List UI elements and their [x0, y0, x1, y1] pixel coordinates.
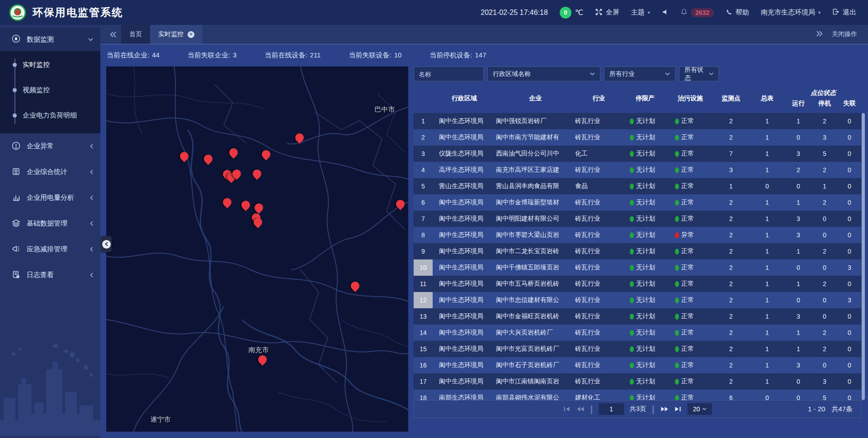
- sidebar-group-power-analysis[interactable]: 企业用电量分析: [0, 185, 100, 211]
- page-size-select[interactable]: 20: [688, 403, 712, 415]
- table-row[interactable]: 2 阆中生态环境局 阆中市南方节能建材有 砖瓦行业 无计划 正常: [414, 129, 861, 146]
- name-filter-input[interactable]: [414, 66, 484, 81]
- table-row[interactable]: 8 阆中生态环境局 阆中市枣碧大梁山页岩 砖瓦行业 无计划 异常: [414, 227, 861, 243]
- tabs-scroll-right-button[interactable]: [816, 31, 823, 38]
- select-value: 行政区域名称: [493, 70, 531, 78]
- log-document-icon: [12, 270, 20, 280]
- sidebar-group-enterprise-stats[interactable]: 企业综合统计: [0, 159, 100, 185]
- facility-text: 正常: [681, 361, 694, 369]
- sidebar-group-emergency-reduction[interactable]: 应急减排管理: [0, 236, 100, 262]
- table-row[interactable]: 1 阆中生态环境局 阆中强锐页岩砖厂 砖瓦行业 无计划 正常: [414, 113, 861, 129]
- cell-production-limit: 无计划: [623, 133, 668, 141]
- cell-running: 1: [785, 248, 811, 255]
- sidebar-group-data-monitor[interactable]: 数据监测: [0, 28, 100, 51]
- cell-running: 0: [785, 183, 811, 190]
- sidebar-group-base-data[interactable]: 基础数据管理: [0, 211, 100, 236]
- app-logo-icon: [9, 4, 26, 21]
- cell-running: 0: [785, 264, 811, 271]
- notifications-button[interactable]: 2632: [680, 8, 714, 17]
- sidebar-item-power-load-detail[interactable]: 企业电力负荷明细: [0, 103, 100, 128]
- previous-page-button[interactable]: [576, 406, 584, 412]
- plan-text: 无计划: [636, 117, 655, 125]
- table-row[interactable]: 11 阆中生态环境局 阆中市五马桥页岩机砖 砖瓦行业 无计划 正常: [414, 276, 861, 292]
- row-index-cell: 16: [414, 357, 433, 373]
- sidebar-item-label: 企业电力负荷明细: [23, 111, 77, 120]
- plan-text: 无计划: [636, 133, 655, 141]
- sidebar-collapse-button[interactable]: [101, 236, 112, 252]
- table-row[interactable]: 15 阆中生态环境局 阆中市光富页岩机砖厂 砖瓦行业 无计划 正常: [414, 341, 861, 357]
- chevron-down-icon: [590, 72, 595, 75]
- cell-monitor-points: 6: [713, 394, 749, 400]
- facility-text: 正常: [681, 377, 694, 386]
- table-row[interactable]: 18 南部生态环境局 南部县砌伟水泥有限公 建材化工 无计划 正常: [414, 390, 861, 400]
- status-dot: [630, 363, 634, 368]
- cell-company: 阆中千佛镇五郎垭页岩: [496, 264, 575, 272]
- cell-pollution-facility: 正常: [668, 345, 713, 353]
- sidebar-group-log-view[interactable]: 日志查看: [0, 262, 100, 288]
- row-index-cell: 7: [414, 211, 433, 227]
- table-row[interactable]: 6 阆中生态环境局 阆中市金博瑞新型墙材 砖瓦行业 无计划 正常: [414, 194, 861, 211]
- table-row[interactable]: 12 阆中生态环境局 阆中市忠信建材有限公 砖瓦行业 无计划 正常: [414, 292, 861, 308]
- table-row[interactable]: 16 阆中生态环境局 阆中市石子页岩机砖厂 砖瓦行业 无计划 正常: [414, 357, 861, 373]
- column-header-industry: 行业: [575, 84, 623, 113]
- cell-stopped: 0: [811, 362, 838, 369]
- cell-company: 阆中市五马桥页岩机砖: [496, 280, 575, 288]
- tab-realtime-monitor[interactable]: 实时监控 ✕: [150, 25, 203, 44]
- cell-production-limit: 无计划: [623, 166, 668, 174]
- tab-label: 实时监控: [158, 30, 184, 38]
- cell-monitor-points: 2: [713, 134, 749, 141]
- status-dot: [675, 297, 679, 303]
- logout-button[interactable]: 退出: [832, 8, 856, 17]
- sidebar-group-enterprise-abnormal[interactable]: 企业异常: [0, 133, 100, 159]
- page-number-input[interactable]: [599, 403, 624, 415]
- row-index-cell: 15: [414, 341, 433, 357]
- cell-running: 0: [785, 297, 811, 304]
- table-row[interactable]: 10 阆中生态环境局 阆中千佛镇五郎垭页岩 砖瓦行业 无计划 正常: [414, 259, 861, 276]
- table-row[interactable]: 4 高坪生态环境局 南充市高坪区王家店建 砖瓦行业 无计划 正常: [414, 162, 861, 178]
- sidebar-item-video-monitor[interactable]: 视频监控: [0, 77, 100, 103]
- status-filter-select[interactable]: 所有状态: [679, 66, 719, 81]
- row-index: 11: [414, 276, 433, 292]
- plan-text: 无计划: [636, 231, 655, 239]
- cell-industry: 砖瓦行业: [575, 247, 623, 255]
- cell-industry: 砖瓦行业: [575, 264, 623, 272]
- tab-home[interactable]: 首页: [121, 25, 150, 44]
- help-button[interactable]: 帮助: [726, 8, 749, 17]
- cell-industry: 砖瓦行业: [575, 296, 623, 304]
- map[interactable]: 巴中市 南充市 遂宁市: [106, 66, 408, 432]
- table-row[interactable]: 7 阆中生态环境局 阆中明阳建材有限公司 砖瓦行业 无计划 正常: [414, 211, 861, 227]
- status-dot: [630, 379, 634, 385]
- mute-button[interactable]: [662, 9, 669, 17]
- cell-monitor-points: 2: [713, 248, 749, 255]
- close-icon[interactable]: ✕: [188, 31, 194, 38]
- fullscreen-button[interactable]: 全屏: [595, 8, 619, 17]
- last-page-button[interactable]: [675, 406, 682, 412]
- next-page-button[interactable]: [660, 406, 669, 412]
- megaphone-icon: [12, 245, 20, 254]
- table-row[interactable]: 17 阆中生态环境局 阆中市江南镇阆南页岩 砖瓦行业 无计划 正常: [414, 373, 861, 390]
- table-row[interactable]: 3 仪陇生态环境局 西南油气田分公司川中 化工 无计划 正常: [414, 146, 861, 162]
- cell-total-meters: 0: [749, 183, 785, 190]
- first-page-button[interactable]: [563, 406, 570, 412]
- region-filter-select[interactable]: 行政区域名称: [487, 66, 600, 81]
- table-row[interactable]: 9 阆中生态环境局 阆中市二龙长宝页岩砖 砖瓦行业 无计划 正常: [414, 243, 861, 259]
- table-scrollbar[interactable]: [862, 113, 865, 400]
- cell-monitor-points: 2: [713, 231, 749, 239]
- row-index: 2: [414, 129, 433, 146]
- org-dropdown[interactable]: 南充市生态环境局 ▾: [761, 8, 821, 17]
- tabs-scroll-left-button[interactable]: [105, 25, 121, 44]
- theme-dropdown[interactable]: 主题 ▾: [631, 8, 650, 17]
- cell-region: 阆中生态环境局: [433, 312, 496, 320]
- table-row[interactable]: 14 阆中生态环境局 阆中大兴页岩机砖厂 砖瓦行业 无计划 正常: [414, 325, 861, 341]
- table-row[interactable]: 5 营山生态环境局 营山县润丰肉食品有限 食品 无计划 正常: [414, 178, 861, 194]
- cell-offline: 0: [838, 215, 861, 222]
- chevron-down-icon: ▾: [648, 10, 650, 15]
- status-dot: [630, 216, 634, 222]
- cell-region: 阆中生态环境局: [433, 215, 496, 223]
- close-operations-button[interactable]: 关闭操作: [832, 30, 857, 38]
- sidebar-item-realtime-monitor[interactable]: 实时监控: [0, 52, 100, 77]
- industry-filter-select[interactable]: 所有行业: [604, 66, 675, 81]
- table-row[interactable]: 13 阆中生态环境局 阆中市金福旺页岩机砖 砖瓦行业 无计划 正常: [414, 308, 861, 325]
- sidebar-group-label: 基础数据管理: [27, 219, 67, 228]
- plan-text: 无计划: [636, 280, 655, 288]
